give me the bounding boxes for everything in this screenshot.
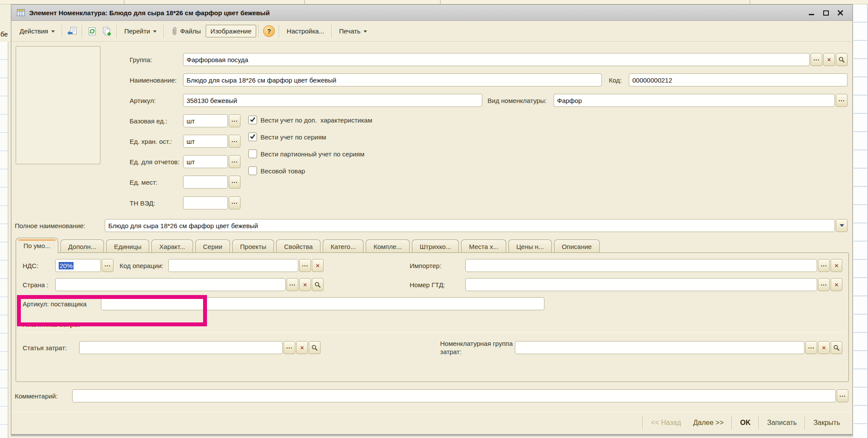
name-field[interactable]: Блюдо для сыра 18*26 см фарфор цвет беже…: [183, 73, 602, 86]
ellipsis-icon: ...: [289, 281, 296, 285]
country-row: Страна : ... ×: [23, 278, 324, 292]
base-unit-field[interactable]: шт: [183, 114, 228, 127]
country-field[interactable]: [55, 278, 286, 291]
cost-group-row: Номенклатурная группа затрат: ... ×: [440, 336, 842, 359]
gtd-field[interactable]: [465, 278, 817, 291]
tab-tseny-nomenklatury[interactable]: Цены н...: [508, 239, 551, 253]
checkbox-box: [248, 166, 257, 175]
minimize-button[interactable]: [808, 10, 815, 16]
minimize-icon: [809, 14, 814, 15]
tab-po-umolchaniyu[interactable]: По умо...: [16, 238, 58, 253]
group-clear-button[interactable]: ×: [823, 53, 835, 66]
tnved-ellipsis-button[interactable]: ...: [229, 196, 240, 209]
save-button[interactable]: [65, 23, 80, 39]
country-search-button[interactable]: [312, 278, 324, 291]
operation-code-clear-button[interactable]: ×: [312, 259, 324, 272]
maximize-button[interactable]: [822, 10, 829, 16]
back-button[interactable]: << Назад: [645, 419, 687, 427]
help-button[interactable]: ?: [263, 25, 275, 37]
group-ellipsis-button[interactable]: ...: [811, 53, 822, 66]
ok-button[interactable]: OK: [734, 419, 757, 427]
tab-kategorii[interactable]: Катего...: [323, 239, 364, 253]
article-field[interactable]: 358130 бежевый: [183, 94, 482, 107]
tab-dopolnitelnye[interactable]: Дополн...: [60, 239, 104, 253]
storage-unit-ellipsis-button[interactable]: ...: [229, 135, 240, 148]
full-name-dropdown-button[interactable]: [836, 219, 848, 232]
cost-group-clear-button[interactable]: ×: [818, 341, 830, 354]
tab-proekty[interactable]: Проекты: [232, 239, 274, 253]
cost-item-ellipsis-button[interactable]: ...: [284, 341, 295, 354]
cost-group-ellipsis-button[interactable]: ...: [805, 341, 817, 354]
checkbox-weight-goods[interactable]: Весовой товар: [248, 166, 372, 176]
importer-ellipsis-button[interactable]: ...: [818, 259, 830, 272]
vat-ellipsis-button[interactable]: ...: [102, 259, 114, 272]
country-ellipsis-button[interactable]: ...: [287, 278, 298, 291]
base-unit-ellipsis-button[interactable]: ...: [229, 114, 240, 127]
paperclip-icon: [171, 26, 177, 37]
chevron-down-icon: [840, 224, 844, 227]
cost-group-field[interactable]: [515, 341, 805, 354]
gtd-ellipsis-button[interactable]: ...: [818, 278, 830, 291]
importer-clear-button[interactable]: ×: [831, 259, 842, 272]
group-search-button[interactable]: [836, 53, 848, 66]
actions-menu-button[interactable]: Действия: [15, 25, 60, 37]
tab-opisanie[interactable]: Описание: [554, 239, 600, 253]
package-unit-field[interactable]: [183, 176, 228, 189]
checkbox-series-accounting[interactable]: Вести учет по сериям: [248, 132, 372, 142]
next-button[interactable]: Далее >>: [687, 419, 730, 427]
code-field[interactable]: 00000000212: [629, 73, 848, 86]
cost-item-search-button[interactable]: [309, 341, 320, 354]
close-button[interactable]: [837, 10, 844, 16]
reread-button[interactable]: [85, 23, 100, 39]
vat-field[interactable]: 20%: [55, 259, 101, 272]
close-form-button[interactable]: Закрыть: [807, 419, 846, 427]
comment-field[interactable]: [72, 389, 836, 402]
checkbox-batch-series-accounting[interactable]: Вести партионный учет по сериям: [248, 149, 372, 159]
tab-shtrikhkody[interactable]: Штрихко...: [412, 239, 459, 253]
tab-kharakteristiki[interactable]: Характ...: [151, 239, 193, 253]
tnved-field[interactable]: [183, 196, 228, 209]
goto-menu-label: Перейти: [124, 27, 150, 35]
full-name-field[interactable]: Блюдо для сыра 18*26 см фарфор цвет беже…: [105, 219, 835, 232]
print-menu-button[interactable]: Печать: [334, 25, 372, 37]
tab-svoystva[interactable]: Свойства: [276, 239, 320, 253]
supplier-article-label: Артикул: поставщика: [23, 300, 101, 308]
report-unit-field[interactable]: шт: [183, 155, 228, 168]
tab-serii[interactable]: Серии: [195, 239, 230, 253]
cost-item-field[interactable]: [79, 341, 283, 354]
item-image-placeholder[interactable]: [16, 46, 100, 164]
supplier-article-field[interactable]: [101, 297, 544, 310]
toolbar-separator: [117, 25, 117, 38]
cost-item-clear-button[interactable]: ×: [296, 341, 308, 354]
report-unit-ellipsis-button[interactable]: ...: [229, 155, 240, 168]
operation-code-ellipsis-button[interactable]: ...: [299, 259, 311, 272]
clear-icon: ×: [827, 56, 831, 63]
settings-label: Настройка...: [287, 27, 324, 35]
package-unit-ellipsis-button[interactable]: ...: [229, 176, 240, 189]
save-record-button[interactable]: Записать: [761, 419, 803, 427]
storage-unit-field[interactable]: шт: [183, 135, 228, 148]
tab-edinitsy[interactable]: Единицы: [106, 239, 149, 253]
full-name-label: Полное наименование:: [15, 222, 105, 229]
tab-mesta-khraneniya[interactable]: Места х...: [461, 239, 506, 253]
settings-button[interactable]: Настройка...: [282, 25, 329, 37]
code-label: Код:: [609, 76, 629, 84]
importer-field[interactable]: [465, 259, 817, 272]
goto-menu-button[interactable]: Перейти: [120, 25, 161, 37]
kind-ellipsis-button[interactable]: ...: [836, 94, 848, 107]
image-toggle-button[interactable]: Изображение: [206, 25, 257, 37]
copy-button[interactable]: [100, 23, 114, 39]
checkbox-dop-characteristics[interactable]: Вести учет по доп. характеристикам: [248, 115, 372, 125]
operation-code-field[interactable]: [168, 259, 298, 272]
cost-group-label: Номенклатурная группа затрат:: [440, 339, 515, 356]
save-document-icon: [67, 26, 77, 36]
gtd-clear-button[interactable]: ×: [831, 278, 842, 291]
files-label: Файлы: [180, 27, 201, 35]
tab-komplektuyushchie[interactable]: Компле...: [366, 239, 410, 253]
comment-ellipsis-button[interactable]: ...: [837, 389, 848, 402]
cost-group-search-button[interactable]: [831, 341, 842, 354]
country-clear-button[interactable]: ×: [299, 278, 311, 291]
group-field[interactable]: Фарфоровая посуда: [183, 53, 810, 66]
files-button[interactable]: Файлы: [167, 23, 206, 40]
kind-field[interactable]: Фарфор: [554, 94, 835, 107]
